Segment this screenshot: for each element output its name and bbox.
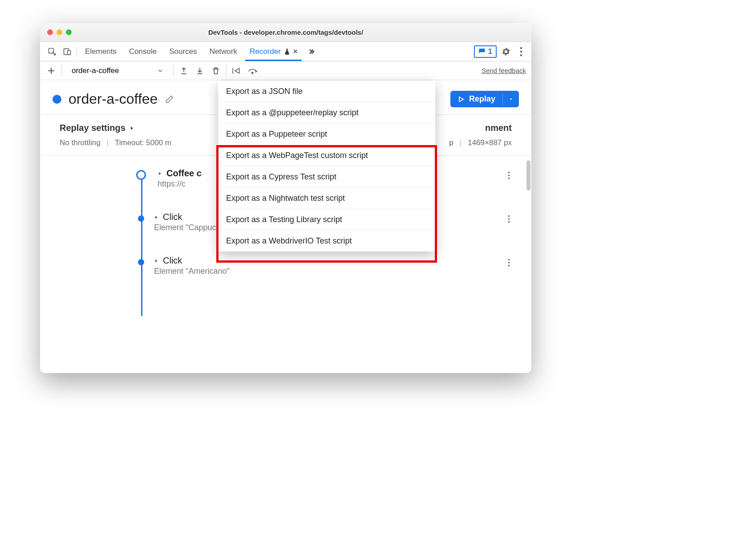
send-feedback-link[interactable]: Send feedback xyxy=(482,67,526,74)
svg-point-12 xyxy=(508,221,510,223)
close-window-icon[interactable] xyxy=(47,29,53,35)
export-icon[interactable] xyxy=(178,65,190,77)
export-menu-item[interactable]: Export as a Cypress Test script xyxy=(218,166,435,188)
export-menu-item[interactable]: Export as a WebPageTest custom script xyxy=(218,145,435,166)
tab-label: Recorder xyxy=(250,47,281,56)
step-title: Coffee c xyxy=(166,168,202,179)
kebab-menu-icon[interactable] xyxy=(515,46,527,57)
step-menu-icon[interactable] xyxy=(508,215,510,223)
expand-icon[interactable] xyxy=(158,171,162,176)
devtools-window: DevTools - developer.chrome.com/tags/dev… xyxy=(40,23,531,373)
export-menu-item[interactable]: Export as a @puppeteer/replay script xyxy=(218,102,435,124)
separator xyxy=(226,66,227,76)
expand-icon[interactable] xyxy=(154,259,158,263)
export-menu-item[interactable]: Export as a JSON file xyxy=(218,81,435,102)
timeline-line xyxy=(141,172,142,316)
selected-recording-label: order-a-coffee xyxy=(72,66,119,75)
step-over-icon[interactable] xyxy=(247,65,259,77)
recording-name: order-a-coffee xyxy=(69,91,158,107)
throttle-value[interactable]: No throttling xyxy=(60,138,101,147)
separator: | xyxy=(460,138,462,147)
inspect-icon[interactable] xyxy=(46,46,58,57)
device-toolbar-icon[interactable] xyxy=(61,46,73,57)
issues-button[interactable]: 1 xyxy=(474,45,497,58)
step-marker-icon xyxy=(138,259,144,265)
replay-label: Replay xyxy=(469,94,495,104)
separator xyxy=(173,66,174,76)
svg-point-8 xyxy=(508,174,510,176)
step-menu-icon[interactable] xyxy=(508,171,510,180)
step-marker-icon xyxy=(136,170,146,180)
tab-elements[interactable]: Elements xyxy=(81,47,121,56)
tab-network[interactable]: Network xyxy=(205,47,242,56)
export-menu: Export as a JSON file Export as a @puppe… xyxy=(218,81,435,252)
svg-point-4 xyxy=(520,50,522,53)
replay-button-main[interactable]: Replay xyxy=(450,91,502,107)
step-item[interactable]: Click Element "Americano" xyxy=(60,256,512,276)
expand-icon[interactable] xyxy=(154,215,158,219)
svg-point-7 xyxy=(508,172,510,174)
more-tabs-icon[interactable] xyxy=(305,46,317,57)
maximize-window-icon[interactable] xyxy=(66,29,72,35)
step-subtitle: Element "Americano" xyxy=(154,267,230,276)
panel-tabs: Elements Console Sources Network Recorde… xyxy=(40,42,531,61)
export-menu-item[interactable]: Export as a Nightwatch test script xyxy=(218,188,435,209)
svg-rect-2 xyxy=(68,50,71,54)
step-marker-icon xyxy=(138,215,144,222)
timeout-value[interactable]: Timeout: 5000 m xyxy=(115,138,171,147)
step-title: Click xyxy=(163,212,182,222)
environment-heading-fragment: nment xyxy=(485,123,512,133)
recording-selector[interactable]: order-a-coffee xyxy=(66,64,169,78)
replay-dropdown-icon[interactable] xyxy=(502,93,519,106)
export-menu-item[interactable]: Export as a Puppeteer script xyxy=(218,124,435,145)
svg-point-5 xyxy=(520,54,522,56)
edit-name-icon[interactable] xyxy=(165,94,174,104)
minimize-window-icon[interactable] xyxy=(57,29,62,35)
chevron-down-icon xyxy=(157,68,163,74)
issues-count: 1 xyxy=(488,47,492,56)
experiment-icon xyxy=(283,48,291,55)
replay-settings-label: Replay settings xyxy=(60,123,126,133)
svg-point-6 xyxy=(252,72,253,73)
export-menu-item[interactable]: Export as a WebdriverIO Test script xyxy=(218,231,435,252)
separator xyxy=(77,47,77,57)
titlebar: DevTools - developer.chrome.com/tags/dev… xyxy=(40,23,531,42)
tab-recorder[interactable]: Recorder × xyxy=(245,47,302,56)
delete-icon[interactable] xyxy=(210,65,222,77)
window-title: DevTools - developer.chrome.com/tags/dev… xyxy=(40,28,531,36)
svg-point-15 xyxy=(508,265,510,267)
new-recording-icon[interactable] xyxy=(45,65,57,77)
caret-right-icon xyxy=(129,126,134,131)
recording-status-dot-icon xyxy=(53,95,61,104)
step-menu-icon[interactable] xyxy=(508,258,510,267)
window-controls xyxy=(47,29,72,35)
svg-point-13 xyxy=(508,259,510,261)
svg-point-14 xyxy=(508,262,510,264)
step-icon[interactable] xyxy=(231,65,243,77)
svg-point-10 xyxy=(508,215,510,217)
svg-point-3 xyxy=(520,47,522,49)
tab-sources[interactable]: Sources xyxy=(165,47,201,56)
step-title: Click xyxy=(163,256,182,266)
separator xyxy=(61,66,62,76)
step-subtitle: https://c xyxy=(158,179,202,189)
viewport-value: 1469×887 px xyxy=(468,138,512,147)
scrollbar-thumb[interactable] xyxy=(526,160,530,191)
import-icon[interactable] xyxy=(194,65,206,77)
close-tab-icon[interactable]: × xyxy=(293,48,297,56)
settings-icon[interactable] xyxy=(500,46,512,57)
recorder-toolbar: order-a-coffee Send feedback xyxy=(40,61,531,80)
svg-point-9 xyxy=(508,178,510,179)
export-menu-item[interactable]: Export as a Testing Library script xyxy=(218,209,435,231)
svg-point-11 xyxy=(508,218,510,220)
replay-button[interactable]: Replay xyxy=(450,91,519,107)
separator: | xyxy=(107,138,109,147)
tab-console[interactable]: Console xyxy=(125,47,161,56)
